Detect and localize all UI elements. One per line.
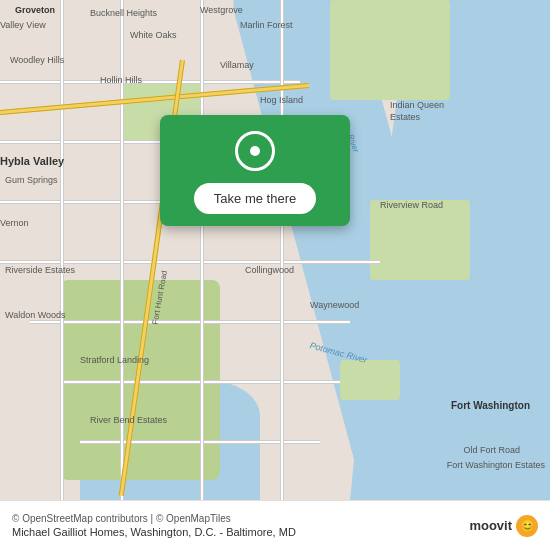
road-v-1 bbox=[60, 0, 64, 500]
label-white-oaks: White Oaks bbox=[130, 30, 177, 40]
moovit-icon: 😊 bbox=[516, 515, 538, 537]
label-woodley: Woodley Hills bbox=[10, 55, 64, 65]
green-small-2 bbox=[340, 360, 400, 400]
label-waldon: Waldon Woods bbox=[5, 310, 66, 320]
green-mid-right bbox=[370, 200, 470, 280]
popup-card: Take me there bbox=[160, 115, 350, 226]
green-top-right bbox=[330, 0, 450, 100]
label-groveton: Groveton bbox=[15, 5, 55, 15]
road-v-3 bbox=[200, 0, 204, 500]
moovit-face: 😊 bbox=[520, 519, 535, 533]
attribution-text: © OpenStreetMap contributors | © OpenMap… bbox=[12, 513, 469, 524]
bottom-content: © OpenStreetMap contributors | © OpenMap… bbox=[12, 513, 469, 538]
road-h-4 bbox=[0, 260, 380, 264]
moovit-logo: moovit 😊 bbox=[469, 515, 538, 537]
label-vernon: Vernon bbox=[0, 218, 29, 228]
label-riverside: Riverside Estates bbox=[5, 265, 75, 275]
label-collingwood: Collingwood bbox=[245, 265, 294, 275]
moovit-text: moovit bbox=[469, 518, 512, 533]
map-container: Groveton Valley View Bucknell Heights Wh… bbox=[0, 0, 550, 500]
label-hybla: Hybla Valley bbox=[0, 155, 64, 167]
take-me-there-button[interactable]: Take me there bbox=[194, 183, 316, 214]
road-v-4 bbox=[280, 0, 284, 500]
label-valley-view: Valley View bbox=[0, 20, 46, 30]
popup-pin-icon bbox=[235, 131, 275, 171]
road-h-5 bbox=[30, 320, 350, 324]
label-gum: Gum Springs bbox=[5, 175, 58, 185]
road-h-1 bbox=[0, 80, 300, 84]
location-name: Michael Gailliot Homes, Washington, D.C.… bbox=[12, 526, 469, 538]
road-v-2 bbox=[120, 0, 124, 500]
bottom-bar: © OpenStreetMap contributors | © OpenMap… bbox=[0, 500, 550, 550]
